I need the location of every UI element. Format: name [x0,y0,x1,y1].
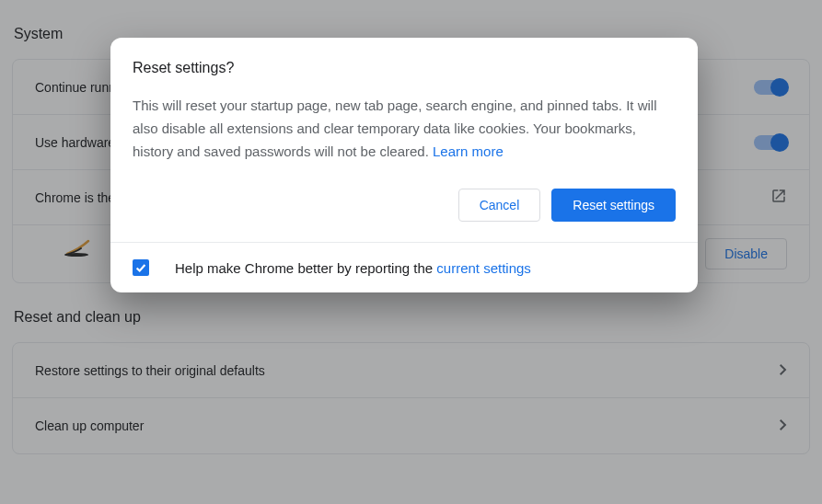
dialog-body: This will reset your startup page, new t… [133,95,676,163]
reset-settings-button[interactable]: Reset settings [551,189,676,222]
dialog-body-text: This will reset your startup page, new t… [133,97,657,159]
dialog-footer: Help make Chrome better by reporting the… [110,242,698,292]
dialog-content: Reset settings? This will reset your sta… [110,38,698,242]
dialog-title: Reset settings? [133,60,676,76]
reset-settings-dialog: Reset settings? This will reset your sta… [110,38,698,292]
learn-more-link[interactable]: Learn more [433,143,504,159]
cancel-button[interactable]: Cancel [458,189,541,222]
dialog-actions: Cancel Reset settings [133,189,676,222]
footer-text: Help make Chrome better by reporting the… [175,260,531,276]
current-settings-link[interactable]: current settings [436,260,531,276]
footer-prefix: Help make Chrome better by reporting the [175,260,436,276]
report-settings-checkbox[interactable] [133,259,149,276]
